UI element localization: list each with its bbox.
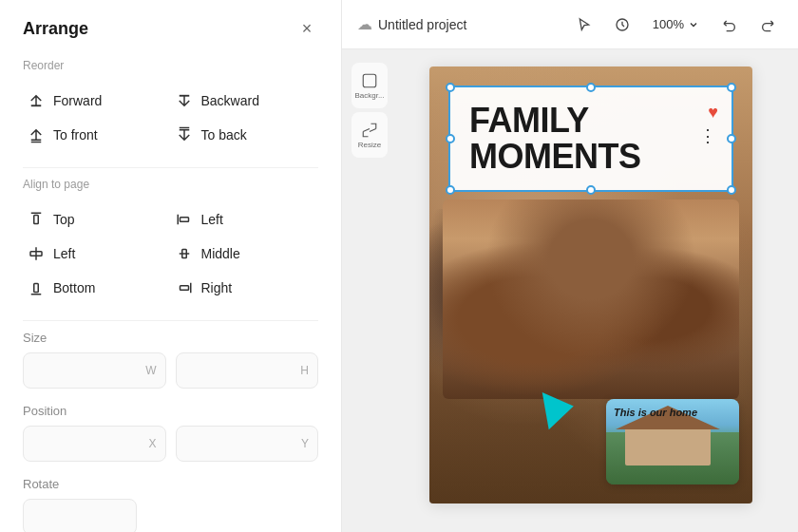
width-input[interactable]: 806 <box>23 352 166 389</box>
rotate-section: Rotate 0° <box>23 477 318 532</box>
svg-rect-4 <box>34 284 39 293</box>
align-center-icon <box>175 244 194 263</box>
divider-1 <box>23 167 318 168</box>
align-top-button[interactable]: Top <box>23 202 171 237</box>
align-center-label: Middle <box>201 246 240 261</box>
resize-tool-button[interactable]: Resize <box>352 112 388 158</box>
svg-rect-1 <box>180 218 188 222</box>
align-right-button[interactable]: Right <box>171 271 319 305</box>
svg-rect-0 <box>34 216 39 224</box>
to-front-button[interactable]: To front <box>23 118 171 152</box>
handle-bm[interactable] <box>586 185 596 195</box>
x-label: X <box>148 437 156 450</box>
rotate-input[interactable]: 0° <box>23 499 137 532</box>
resize-tool-label: Resize <box>358 141 381 149</box>
project-name-text: Untitled project <box>378 17 466 32</box>
align-right-icon <box>175 278 194 297</box>
align-top-label: Top <box>53 212 75 227</box>
height-input[interactable]: 555 <box>176 352 319 389</box>
home-text: This is our home <box>614 407 732 418</box>
svg-rect-7 <box>363 74 376 87</box>
top-bar: ☁ Untitled project 100% <box>342 0 798 49</box>
rotate-inputs: 0° <box>23 499 318 532</box>
inner-photo <box>443 200 739 399</box>
height-label: H <box>300 364 309 377</box>
align-right-label: Right <box>201 280 233 295</box>
position-section: Position 137 X 341 Y <box>23 404 318 462</box>
divider-2 <box>23 320 318 321</box>
to-front-label: To front <box>53 127 98 142</box>
x-group: 137 X <box>23 426 166 462</box>
family-title: FAMILY MOMENTS <box>469 103 712 175</box>
close-button[interactable]: × <box>295 17 318 40</box>
handle-bl[interactable] <box>446 185 455 195</box>
heart-icon: ♥ <box>708 103 718 123</box>
align-bottom-label: Bottom <box>53 280 95 295</box>
handle-tm[interactable] <box>586 83 596 92</box>
to-back-label: To back <box>201 127 247 142</box>
background-tool-button[interactable]: Backgr... <box>352 63 388 108</box>
zoom-control[interactable]: 100% <box>645 13 707 35</box>
arrange-panel: Arrange × Reorder Forward <box>0 0 342 532</box>
x-input[interactable]: 137 <box>23 426 166 462</box>
height-group: 555 H <box>176 352 319 389</box>
design-canvas[interactable]: FAMILY MOMENTS ♥ ⋮ <box>429 66 752 504</box>
align-left-icon <box>175 210 194 229</box>
to-back-button[interactable]: To back <box>171 118 319 152</box>
backward-label: Backward <box>201 93 259 108</box>
width-label: W <box>145 364 156 377</box>
forward-label: Forward <box>53 93 102 108</box>
title-line1: FAMILY <box>469 101 589 140</box>
handle-mr[interactable] <box>727 134 736 143</box>
handle-br[interactable] <box>727 185 736 195</box>
panel-header: Arrange × <box>23 17 318 40</box>
forward-button[interactable]: Forward <box>23 84 171 118</box>
align-middle-button[interactable]: Left <box>23 237 171 271</box>
to-back-icon <box>175 125 194 144</box>
canvas-container: FAMILY MOMENTS ♥ ⋮ <box>393 59 788 522</box>
handle-tl[interactable] <box>446 83 455 92</box>
canvas-title-box[interactable]: FAMILY MOMENTS ♥ ⋮ <box>448 86 733 192</box>
home-building <box>625 428 711 466</box>
backward-button[interactable]: Backward <box>171 84 319 118</box>
align-bottom-button[interactable]: Bottom <box>23 271 171 305</box>
undo-button[interactable] <box>714 10 745 40</box>
dots-menu[interactable]: ⋮ <box>699 127 716 144</box>
handle-ml[interactable] <box>446 134 455 143</box>
width-group: 806 W <box>23 352 166 389</box>
align-center-button[interactable]: Middle <box>171 237 319 271</box>
align-top-icon <box>27 210 46 229</box>
panel-title: Arrange <box>23 19 88 39</box>
svg-rect-5 <box>180 286 188 291</box>
y-input[interactable]: 341 <box>176 426 319 462</box>
canvas-area: ☁ Untitled project 100% <box>342 0 798 532</box>
project-name: ☁ Untitled project <box>357 15 466 33</box>
position-inputs: 137 X 341 Y <box>23 426 318 462</box>
inner-photo-people <box>443 200 739 399</box>
align-left-label: Left <box>201 212 223 227</box>
title-line2: MOMENTS <box>469 137 641 176</box>
tools-sidebar: Backgr... Resize <box>352 59 393 522</box>
to-front-icon <box>27 125 46 144</box>
forward-icon <box>27 91 46 110</box>
home-card: This is our home <box>606 399 739 484</box>
cloud-icon: ☁ <box>357 15 372 33</box>
align-left-button[interactable]: Left <box>171 202 319 237</box>
size-inputs: 806 W 555 H <box>23 352 318 389</box>
size-section: Size 806 W 555 H <box>23 331 318 389</box>
align-section: Align to page Top Left <box>23 178 318 305</box>
reorder-section: Reorder Forward Backward <box>23 59 318 152</box>
reorder-grid: Forward Backward <box>23 84 318 152</box>
align-middle-label: Left <box>53 246 75 261</box>
align-label: Align to page <box>23 178 318 191</box>
background-tool-label: Backgr... <box>354 91 384 100</box>
y-group: 341 Y <box>176 426 319 462</box>
zoom-value: 100% <box>653 17 684 31</box>
redo-button[interactable] <box>752 10 783 40</box>
align-grid: Top Left Left <box>23 202 318 305</box>
handle-tr[interactable] <box>727 83 736 92</box>
timer-tool-button[interactable] <box>607 10 637 40</box>
rotate-group: 0° <box>23 499 318 532</box>
cursor-tool-button[interactable] <box>569 10 599 40</box>
position-label: Position <box>23 404 318 418</box>
